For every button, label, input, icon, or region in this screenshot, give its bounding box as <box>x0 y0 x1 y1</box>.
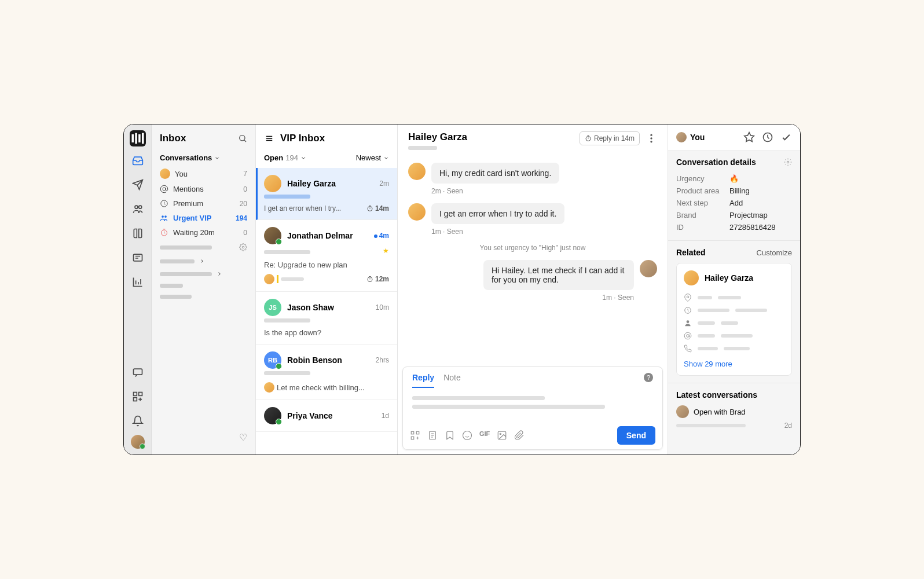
tab-reply[interactable]: Reply <box>412 373 434 388</box>
reports-icon[interactable] <box>127 272 148 292</box>
conversation-card[interactable]: Jonathan Delmar 4m ★ Re: Upgrade to new … <box>256 220 397 292</box>
nextstep-value[interactable]: Add <box>729 199 743 207</box>
item-label: You <box>175 170 239 178</box>
news-icon[interactable] <box>127 247 148 268</box>
message-bubble: Hi, my credit card isn't working. <box>431 163 559 184</box>
sort-filter[interactable]: Newest <box>356 153 389 162</box>
svg-point-34 <box>687 296 689 298</box>
item-count: 0 <box>243 185 247 193</box>
sidebar-collapsed-section[interactable] <box>152 267 255 280</box>
gif-icon[interactable]: GIF <box>479 430 490 441</box>
gear-icon[interactable] <box>239 243 247 251</box>
section-title: Latest conversations <box>676 390 792 400</box>
close-icon[interactable] <box>780 131 792 143</box>
customize-link[interactable]: Customize <box>757 248 792 257</box>
detail-label: ID <box>676 223 725 232</box>
info-phone <box>684 342 784 355</box>
chevron-down-icon <box>214 155 220 161</box>
image-icon[interactable] <box>497 430 507 441</box>
sidebar-item-waiting[interactable]: Waiting 20m 0 <box>152 225 255 240</box>
conversation-card[interactable]: Hailey Garza 2m I get an error when I tr… <box>256 168 397 220</box>
latest-conversation-item[interactable]: Open with Brad <box>676 405 792 418</box>
placeholder <box>676 424 746 427</box>
svg-point-23 <box>650 141 652 142</box>
svg-point-33 <box>787 161 789 163</box>
attachment-icon[interactable] <box>514 430 525 441</box>
system-message: You set urgency to "High" just now <box>408 244 657 252</box>
user-avatar[interactable] <box>131 435 145 449</box>
conversation-card[interactable]: Priya Vance 1d <box>256 400 397 432</box>
list-header: VIP Inbox <box>256 124 397 149</box>
inbox-sidebar: Inbox Conversations You 7 Mentions 0 Pre… <box>152 124 256 455</box>
status-filter[interactable]: Open 194 <box>264 153 306 162</box>
conversation-card[interactable]: RB Robin Benson 2hrs Let me check with b… <box>256 345 397 400</box>
urgency-value[interactable]: 🔥 <box>729 174 739 183</box>
avatar <box>264 175 281 192</box>
card-name: Jason Shaw <box>287 303 370 312</box>
inbox-icon[interactable] <box>127 150 148 171</box>
messages-icon[interactable] <box>127 362 148 383</box>
assignee-badge[interactable]: You <box>676 132 705 142</box>
sidebar-item-premium[interactable]: Premium 20 <box>152 196 255 211</box>
sidebar-item-mentions[interactable]: Mentions 0 <box>152 182 255 196</box>
tab-note[interactable]: Note <box>443 373 461 388</box>
menu-icon[interactable] <box>264 134 274 142</box>
latest-time: 2d <box>784 422 792 430</box>
apps-icon[interactable] <box>127 386 148 407</box>
notifications-icon[interactable] <box>127 411 148 431</box>
emoji-icon[interactable] <box>462 430 472 441</box>
card-name: Robin Benson <box>287 356 370 365</box>
svg-rect-2 <box>138 134 141 142</box>
conversation-card[interactable]: JS Jason Shaw 10m Is the app down? <box>256 292 397 345</box>
app-logo[interactable] <box>130 130 146 146</box>
card-preview: Is the app down? <box>264 328 389 337</box>
article-icon[interactable] <box>427 430 438 441</box>
conversation-details-section: Conversation details Urgency🔥 Product ar… <box>668 151 800 241</box>
composer-toolbar: GIF Send <box>403 422 662 449</box>
reply-sla-badge: Reply in 14m <box>580 131 640 145</box>
favorite-icon[interactable]: ♡ <box>152 428 255 446</box>
section-title: Conversation details <box>676 157 756 167</box>
sidebar-collapsed-section[interactable] <box>152 255 255 267</box>
item-label: Waiting 20m <box>173 228 239 237</box>
conversation-header: Hailey Garza Reply in 14m <box>398 124 668 157</box>
avatar <box>640 260 657 277</box>
search-icon[interactable] <box>238 134 247 143</box>
section-title: Related <box>676 248 706 257</box>
related-name[interactable]: Hailey Garza <box>705 273 753 283</box>
svg-point-12 <box>163 188 166 190</box>
svg-rect-7 <box>133 369 142 375</box>
gear-icon[interactable] <box>784 158 792 166</box>
svg-marker-31 <box>745 133 754 142</box>
conversation-list: VIP Inbox Open 194 Newest Hailey Garza 2… <box>256 124 398 455</box>
item-count: 7 <box>243 170 247 178</box>
macro-icon[interactable] <box>410 430 420 441</box>
brand-value[interactable]: Projectmap <box>729 211 768 219</box>
product-value[interactable]: Billing <box>729 186 750 195</box>
avatar: RB <box>264 351 281 369</box>
message-bubble: Hi Hailey. Let me check if I can add it … <box>483 260 634 290</box>
send-icon[interactable] <box>127 174 148 195</box>
snooze-icon[interactable] <box>762 131 773 143</box>
show-more-link[interactable]: Show 29 more <box>684 360 784 368</box>
help-icon[interactable]: ? <box>644 373 653 382</box>
svg-rect-8 <box>133 393 137 396</box>
send-button[interactable]: Send <box>617 426 655 445</box>
sla-timer: 12m <box>366 275 389 283</box>
app-window: Inbox Conversations You 7 Mentions 0 Pre… <box>123 124 801 455</box>
message-bubble: I get an error when I try to add it. <box>431 203 564 224</box>
conversations-section[interactable]: Conversations <box>152 150 255 166</box>
bookmark-icon[interactable] <box>445 430 455 441</box>
sidebar-item-urgent-vip[interactable]: Urgent VIP 194 <box>152 211 255 225</box>
composer-input[interactable] <box>403 388 662 422</box>
sidebar-item-you[interactable]: You 7 <box>152 166 255 182</box>
card-name: Priya Vance <box>287 411 376 420</box>
card-name: Jonathan Delmar <box>287 231 368 240</box>
articles-icon[interactable] <box>127 223 148 244</box>
star-icon[interactable] <box>743 131 755 143</box>
list-title: VIP Inbox <box>280 133 325 144</box>
contacts-icon[interactable] <box>127 199 148 219</box>
info-time <box>684 304 784 317</box>
more-icon[interactable] <box>646 133 657 144</box>
messages: Hi, my credit card isn't working. 2m · S… <box>398 157 668 367</box>
